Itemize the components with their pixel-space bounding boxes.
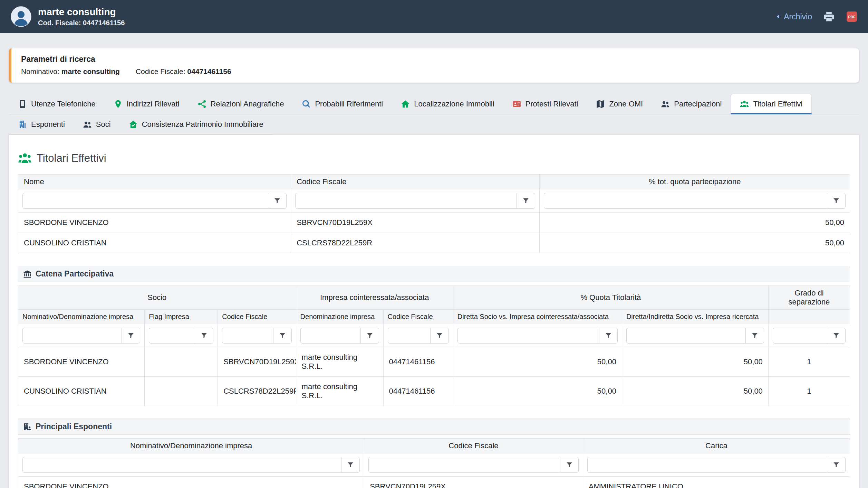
filter-input-nominativo[interactable] [22,457,341,473]
tab-probabili-riferimenti[interactable]: Probabili Riferimenti [293,94,392,114]
filter-group [222,328,291,344]
filter-button[interactable] [341,457,360,473]
filter-input[interactable] [300,328,360,344]
filter-input[interactable] [149,328,195,344]
filter-row [18,324,850,347]
filter-icon [833,461,840,468]
page: marte consulting Cod. Fiscale: 044714611… [0,0,868,488]
tab-soci[interactable]: Soci [74,114,120,134]
col-denominazione-impresa: Denominazione impresa [296,310,383,324]
filter-icon [833,332,840,339]
filter-input-carica[interactable] [587,457,827,473]
cell-denominazione-impresa: marte consulting S.R.L. [296,347,383,377]
filter-group [457,328,618,344]
tab-consistenza-patrimonio-immobiliare[interactable]: Consistenza Patrimonio Immobiliare [120,114,272,134]
print-button[interactable] [823,11,835,22]
avatar [10,6,32,27]
col-codice-fiscale: Codice Fiscale [364,439,583,453]
archive-link[interactable]: Archivio [775,12,812,21]
filter-button[interactable] [360,328,379,344]
filter-input-nome[interactable] [22,193,268,209]
filter-button[interactable] [430,328,449,344]
people-icon [661,100,670,109]
tab-label: Esponenti [31,120,65,129]
filter-button[interactable] [195,328,213,344]
cell-carica: AMMINISTRATORE UNICO [583,477,850,488]
tab-relazioni-anagrafiche[interactable]: Relazioni Anagrafiche [189,94,293,114]
header-row: Nominativo/Denominazione impresa Codice … [18,439,850,453]
filter-button[interactable] [560,457,579,473]
cell-flag-impresa [145,347,218,377]
tab-localizzazione-immobili[interactable]: Localizzazione Immobili [392,94,503,114]
cell-codice-fiscale-impresa: 04471461156 [383,347,453,377]
tab-partecipazioni[interactable]: Partecipazioni [652,94,731,114]
filter-button[interactable] [827,457,846,473]
catena-title: Catena Partecipativa [36,269,114,279]
building-person-icon [23,423,31,431]
table-row: CUNSOLINO CRISTIAN CSLCRS78D22L259R 50,0… [18,233,850,253]
tab-zone-omi[interactable]: Zone OMI [587,94,652,114]
filter-input[interactable] [222,328,273,344]
filter-button[interactable] [517,193,535,209]
tab-utenze-telefoniche[interactable]: Utenze Telefoniche [9,94,105,114]
tab-label: Soci [96,120,111,129]
filter-button[interactable] [745,328,764,344]
filter-group [300,328,379,344]
filter-input-codice-fiscale[interactable] [368,457,560,473]
cell-codice-fiscale: SBRVCN70D19L259X [291,213,540,233]
filter-input-codice-fiscale[interactable] [295,193,517,209]
group-col-socio: Socio [18,286,296,310]
tab-indirizzi-rilevati[interactable]: Indirizzi Rilevati [105,94,189,114]
filter-button[interactable] [122,328,140,344]
param-nominativo: Nominativo: marte consulting [21,67,120,76]
filter-group-codice-fiscale [295,193,535,209]
pdf-icon [846,11,858,22]
filter-button[interactable] [827,328,846,344]
cell-grado-separazione: 1 [768,377,850,406]
tab-label: Partecipazioni [674,100,722,109]
filter-input-quota[interactable] [544,193,827,209]
filter-icon [751,332,758,339]
filter-input[interactable] [388,328,430,344]
filter-button[interactable] [268,193,287,209]
col-nominativo: Nominativo/Denominazione impresa [18,310,145,324]
tab-label: Titolari Effettivi [753,100,802,109]
bank-icon [23,270,31,278]
cell-nominativo: CUNSOLINO CRISTIAN [18,377,145,406]
cell-nome: SBORDONE VINCENZO [18,213,291,233]
filter-button[interactable] [827,193,846,209]
col-codice-fiscale-socio: Codice Fiscale [218,310,296,324]
filter-button[interactable] [599,328,618,344]
cell-quota-diretta-indiretta: 50,00 [622,377,768,406]
tab-label: Consistenza Patrimonio Immobiliare [142,120,263,129]
tab-esponenti[interactable]: Esponenti [9,114,74,134]
filter-input[interactable] [22,328,122,344]
filter-row [18,189,850,213]
tab-protesti-rilevati[interactable]: Protesti Rilevati [503,94,587,114]
group-col-impresa: Impresa cointeressata/associata [296,286,453,310]
filter-button[interactable] [273,328,292,344]
cell-codice-fiscale: SBRVCN70D19L259X [364,477,583,488]
group-col-quota-titolarita: % Quota Titolarità [453,286,768,310]
pdf-export-button[interactable] [846,11,858,22]
col-carica: Carica [583,439,850,453]
page-title: marte consulting [38,6,125,18]
cell-codice-fiscale-socio: SBRVCN70D19L259X [218,347,296,377]
cell-quota: 50,00 [540,213,850,233]
cell-codice-fiscale-impresa: 04471461156 [383,377,453,406]
filter-icon [279,332,286,339]
tab-titolari-effettivi[interactable]: Titolari Effettivi [731,94,812,114]
filter-group-nome [22,193,287,209]
table-row: CUNSOLINO CRISTIAN CSLCRS78D22L259R mart… [18,377,850,406]
tab-label: Probabili Riferimenti [315,100,383,109]
col-quota: % tot. quota partecipazione [540,175,850,189]
filter-group [22,328,140,344]
filter-input[interactable] [457,328,599,344]
people-icon [83,120,92,129]
phone-icon [18,100,27,109]
filter-input[interactable] [626,328,745,344]
col-codice-fiscale: Codice Fiscale [291,175,540,189]
col-grado-empty [768,310,850,324]
filter-input[interactable] [773,328,827,344]
catena-partecipativa-table: Socio Impresa cointeressata/associata % … [18,285,850,406]
